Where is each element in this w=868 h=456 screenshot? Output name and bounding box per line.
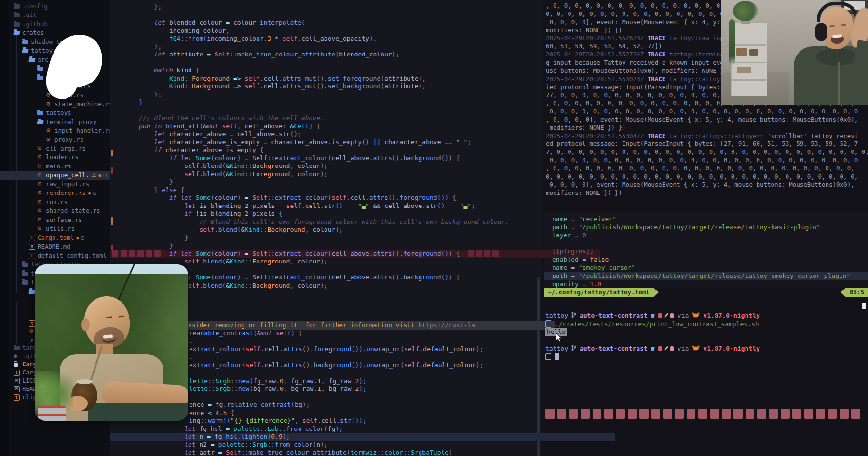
sidebar-item--github[interactable]: .github xyxy=(0,20,110,28)
sidebar-item-opaque-cell-[interactable]: ⚙opaque_cell.⚠●□ xyxy=(0,171,110,180)
sidebar-item-terminal-proxy[interactable]: terminal_proxy xyxy=(0,118,110,126)
toml-file-icon: t xyxy=(29,253,35,259)
code-token: . xyxy=(256,19,260,26)
sidebar-item-shared-state-rs[interactable]: ⚙shared_state.rs xyxy=(0,207,110,215)
rust-file-icon: ⚙ xyxy=(37,190,42,196)
sidebar-item-renderer-rs[interactable]: ⚙renderer.rs●□ xyxy=(0,189,110,197)
sidebar-item-label: run.rs xyxy=(46,198,68,207)
code-line: let blended_colour = colour.interpolate( xyxy=(110,19,585,27)
warning-icon: ⚠ xyxy=(92,171,96,180)
code-token: ( xyxy=(227,417,231,424)
code-token: Kind xyxy=(230,162,244,169)
sidebar-item-text: tattoys xyxy=(46,109,71,117)
code-token: . xyxy=(347,194,351,201)
code-line: ing::warn!("{} {difference}", self.cell.… xyxy=(110,417,620,425)
code-token: ); xyxy=(320,170,328,178)
sidebar-item-run-rs[interactable]: ⚙run.rs xyxy=(0,198,110,207)
code-token: fg_raw xyxy=(329,377,352,385)
code-token: bg xyxy=(295,401,302,408)
code-token: ) xyxy=(237,154,245,162)
code-token: str xyxy=(426,202,437,209)
code-token: ) { xyxy=(309,123,320,130)
sidebar-item-utils-rs[interactable]: ⚙utils.rs xyxy=(0,224,110,233)
low-contrast-sample-block xyxy=(722,409,731,419)
code-line: let character_above = cell_above.str(); xyxy=(110,130,585,138)
code-token: colour xyxy=(298,258,320,265)
sidebar-item--config[interactable]: .config xyxy=(0,2,110,11)
log-token: 0, 0, 0, 0, 0, 0, 0, 0, 0, 0, 0, 0, 0, 0… xyxy=(546,173,858,180)
code-token: new xyxy=(238,377,249,385)
code-token: . xyxy=(280,345,284,353)
code-token: Self xyxy=(252,274,267,281)
code-token: (); xyxy=(290,130,301,138)
log-line: ed protocol message: Input(ParsedInput {… xyxy=(544,140,868,148)
code-token: foreground xyxy=(403,250,441,257)
sidebar-item-label: utils.rs xyxy=(46,224,75,233)
code-token: lighten xyxy=(241,433,268,440)
code-token: ); xyxy=(335,425,343,432)
sidebar-item-state-machine-rs[interactable]: ⚙state_machine.rs xyxy=(0,100,110,109)
code-token: warn! xyxy=(208,417,227,424)
sidebar-item-cli-args-rs[interactable]: ⚙cli_args.rs xyxy=(0,144,110,153)
folder-icon xyxy=(14,346,20,350)
code-token: . xyxy=(369,274,373,281)
code-token: character_above xyxy=(271,138,327,146)
folder-icon xyxy=(22,40,28,44)
sidebar-item-label: Cargo.toml●□ xyxy=(38,234,84,242)
shelf-basket xyxy=(736,48,747,56)
shelf-line xyxy=(731,44,766,46)
code-token: . xyxy=(260,83,264,90)
code-token: ( xyxy=(211,250,215,257)
code-token: let xyxy=(184,425,199,432)
code-token: extract_colour xyxy=(275,274,328,281)
code-token: let xyxy=(184,202,199,209)
code-token: . xyxy=(369,154,373,162)
toml-line: opacity = 1.0 xyxy=(544,280,868,289)
code-token: = xyxy=(203,433,214,440)
code-token: if let xyxy=(169,154,196,162)
toml-token: name xyxy=(552,215,567,222)
sidebar-item-main-rs[interactable]: ⚙main.rs xyxy=(0,162,110,171)
sidebar-item-tattoys[interactable]: tattoys xyxy=(0,109,110,117)
sidebar-item-text: .git xyxy=(22,11,37,19)
code-line: self.blend(&Kind::Foreground, colour); xyxy=(110,170,615,179)
code-line: Kind::Background => self.cell.attrs_mut(… xyxy=(110,83,600,91)
sidebar-item-proxy-rs[interactable]: ⚙proxy.rs xyxy=(0,136,110,144)
code-token: attrs xyxy=(284,345,302,353)
code-token: "▄" xyxy=(460,202,471,209)
code-token: else xyxy=(162,186,176,193)
code-token: cell_above xyxy=(384,202,422,209)
sidebar-item--git[interactable]: .git xyxy=(0,11,110,19)
code-token: ); xyxy=(359,377,366,385)
diff-block-marker xyxy=(121,250,127,257)
sidebar-item-cargo-toml[interactable]: tCargo.toml●□ xyxy=(0,234,110,242)
shell-command-line: ./crates/tests/resources/print_low_contr… xyxy=(545,320,759,328)
code-token: bg_raw xyxy=(253,385,276,392)
terminal-scrollbar-thumb[interactable] xyxy=(862,303,866,309)
code-token: let xyxy=(154,51,169,58)
code-token: attrs xyxy=(284,361,302,369)
code-token: Kind xyxy=(244,226,259,233)
sidebar-item-loader-rs[interactable]: ⚙loader.rs xyxy=(0,153,110,162)
code-token: self xyxy=(244,83,259,90)
code-token: f64 xyxy=(169,35,180,42)
code-token: . xyxy=(261,345,265,353)
sidebar-item-raw-input-rs[interactable]: ⚙raw_input.rs xyxy=(0,180,110,189)
code-token: Lab xyxy=(267,425,278,432)
sidebar-item-label: surface.rs xyxy=(46,216,82,224)
code-token: ( xyxy=(347,449,351,456)
code-token: cell xyxy=(265,361,280,369)
code-token: if xyxy=(154,146,165,153)
diff-block-marker xyxy=(146,250,152,257)
code-token: self xyxy=(245,361,260,369)
code-token: extract_colour xyxy=(275,154,328,162)
sidebar-item-input-handler-rs[interactable]: ⚙input_handler.rs xyxy=(0,126,110,135)
shell-cursor-line[interactable] xyxy=(545,353,559,361)
sidebar-item-surface-rs[interactable]: ⚙surface.rs xyxy=(0,216,110,224)
code-token: . xyxy=(313,377,317,385)
sidebar-item-default-config-toml[interactable]: tdefault_config.toml xyxy=(0,251,110,260)
code-token: self xyxy=(302,417,317,424)
sidebar-item-readme-md[interactable]: MREADME.md xyxy=(0,242,110,251)
code-token: } xyxy=(184,234,188,241)
code-token: cell xyxy=(264,83,279,90)
